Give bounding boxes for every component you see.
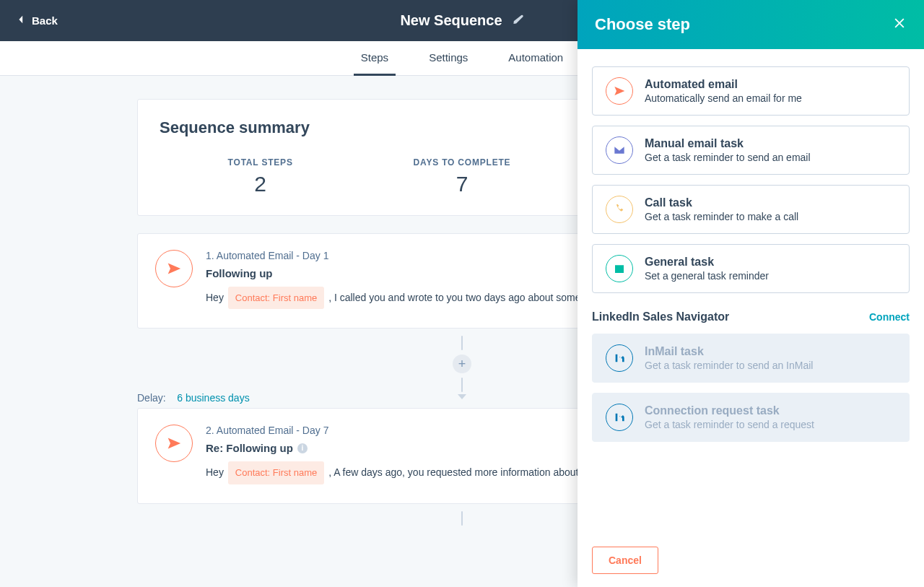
stat-label: DAYS TO COMPLETE: [361, 157, 562, 168]
option-title: Automated email: [645, 78, 896, 91]
option-title: Manual email task: [645, 137, 896, 150]
page-title: New Sequence: [400, 12, 502, 29]
option-text: General task Set a general task reminder: [645, 256, 896, 282]
stat-value: 7: [361, 172, 562, 196]
info-icon[interactable]: i: [297, 443, 308, 453]
subject-text: Re: Following up: [206, 442, 293, 454]
linkedin-icon: [606, 344, 633, 372]
calendar-icon: [606, 255, 633, 282]
option-general-task[interactable]: General task Set a general task reminder: [592, 244, 910, 293]
option-text: Automated email Automatically send an em…: [645, 78, 896, 104]
body-prefix: Hey: [206, 292, 227, 303]
stat-label: TOTAL STEPS: [160, 157, 361, 168]
option-desc: Get a task reminder to send an email: [645, 152, 896, 163]
panel-header: Choose step: [578, 0, 924, 49]
tab-steps[interactable]: Steps: [341, 41, 409, 75]
option-inmail-task: InMail task Get a task reminder to send …: [592, 334, 910, 383]
option-text: InMail task Get a task reminder to send …: [645, 345, 896, 371]
option-title: Connection request task: [645, 404, 896, 417]
send-icon: [606, 77, 633, 105]
option-title: General task: [645, 256, 896, 269]
connector-line: [461, 336, 463, 350]
back-button[interactable]: Back: [0, 14, 74, 27]
option-desc: Get a task reminder to send a request: [645, 419, 896, 430]
tab-settings[interactable]: Settings: [409, 41, 488, 75]
option-call-task[interactable]: Call task Get a task reminder to make a …: [592, 185, 910, 234]
option-desc: Set a general task reminder: [645, 270, 896, 282]
add-step-button[interactable]: +: [453, 355, 471, 373]
pencil-icon[interactable]: [513, 14, 524, 28]
linkedin-section-title: LinkedIn Sales Navigator: [592, 310, 729, 323]
body-prefix: Hey: [206, 466, 227, 478]
send-icon: [155, 250, 193, 287]
body-suffix: , A few days ago, you requested more inf…: [328, 466, 578, 478]
option-text: Call task Get a task reminder to make a …: [645, 196, 896, 222]
linkedin-icon: [606, 404, 633, 431]
delay-label: Delay: 6 business days: [137, 392, 250, 404]
envelope-icon: [606, 136, 633, 164]
back-label: Back: [32, 14, 58, 27]
chevron-left-icon: [16, 14, 26, 27]
contact-token: Contact: First name: [228, 461, 324, 484]
cancel-button[interactable]: Cancel: [592, 547, 658, 574]
option-text: Connection request task Get a task remin…: [645, 404, 896, 430]
phone-icon: [606, 196, 633, 223]
delay-prefix: Delay:: [137, 392, 166, 404]
body-suffix: , I called you and wrote to you two days…: [328, 292, 580, 303]
tab-automation[interactable]: Automation: [488, 41, 583, 75]
stat-value: 2: [160, 172, 361, 196]
stat-total-steps: TOTAL STEPS 2: [160, 157, 361, 196]
choose-step-panel: Choose step Automated email Automaticall…: [578, 0, 924, 587]
panel-footer: Cancel: [578, 534, 924, 587]
option-title: Call task: [645, 196, 896, 209]
option-title: InMail task: [645, 345, 896, 358]
subject-text: Following up: [206, 267, 272, 279]
linkedin-section-head: LinkedIn Sales Navigator Connect: [592, 310, 910, 323]
option-desc: Get a task reminder to make a call: [645, 211, 896, 222]
close-button[interactable]: [892, 16, 907, 33]
stat-days: DAYS TO COMPLETE 7: [361, 157, 562, 196]
option-connection-request: Connection request task Get a task remin…: [592, 393, 910, 442]
arrow-down-icon: [456, 389, 468, 401]
panel-title: Choose step: [595, 15, 690, 34]
option-desc: Automatically send an email for me: [645, 92, 896, 104]
connect-link[interactable]: Connect: [869, 311, 910, 323]
option-desc: Get a task reminder to send an InMail: [645, 360, 896, 371]
option-text: Manual email task Get a task reminder to…: [645, 137, 896, 163]
option-automated-email[interactable]: Automated email Automatically send an em…: [592, 66, 910, 116]
panel-body: Automated email Automatically send an em…: [578, 49, 924, 534]
send-icon: [155, 425, 193, 462]
option-manual-email[interactable]: Manual email task Get a task reminder to…: [592, 126, 910, 175]
connector-line: [461, 511, 463, 526]
delay-value[interactable]: 6 business days: [177, 392, 249, 404]
contact-token: Contact: First name: [228, 287, 324, 309]
title-wrap: New Sequence: [400, 12, 523, 29]
